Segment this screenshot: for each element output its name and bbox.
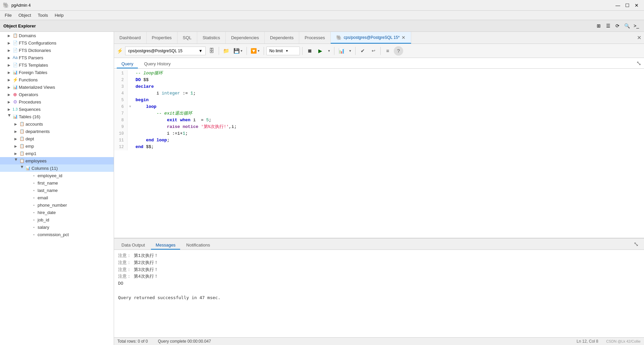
rollback-button[interactable]: ↩ — [369, 46, 378, 56]
sidebar-item-last-name[interactable]: ▪ last_name — [0, 187, 114, 194]
close-button[interactable]: ✕ — [632, 2, 641, 9]
close-panel-button[interactable]: ✕ — [637, 34, 641, 41]
sidebar-item-job-id[interactable]: ▪ job_id — [0, 216, 114, 223]
run-button[interactable]: ▶ — [316, 46, 325, 56]
expand-bottom-icon[interactable]: ⤡ — [631, 239, 641, 249]
separator — [355, 47, 356, 55]
close-tab-icon[interactable]: ✕ — [401, 35, 406, 40]
app-icon: 🐘 — [3, 2, 9, 8]
filter-dropdown[interactable]: 🔽 ▼ — [249, 46, 261, 56]
menu-object[interactable]: Object — [15, 11, 35, 19]
tab-query[interactable]: 🐘 cps/postgres@PostgreSQL 15* ✕ — [331, 32, 412, 44]
explorer-tool-refresh[interactable]: ⟳ — [613, 22, 622, 29]
run-dropdown[interactable]: ▼ — [326, 46, 332, 56]
tab-data-output[interactable]: Data Output — [117, 240, 150, 250]
open-file-button[interactable]: 📁 — [221, 46, 231, 56]
sidebar-item-functions[interactable]: ▶ ⚡ Functions — [0, 76, 114, 83]
stop-button[interactable]: ⏹ — [305, 46, 314, 56]
sidebar-item-fts-config[interactable]: ▶ 📄 FTS Configurations — [0, 39, 114, 47]
query-complete-status: Query complete 00:00:00.047 — [158, 339, 211, 344]
tab-messages[interactable]: Messages — [151, 240, 180, 250]
sidebar-item-fts-dict[interactable]: ▶ 📄 FTS Dictionaries — [0, 47, 114, 54]
explorer-tool-list[interactable]: ☰ — [604, 22, 612, 29]
commit-button[interactable]: ✔ — [358, 46, 367, 56]
sidebar-item-employee-id[interactable]: ▪ employee_id — [0, 172, 114, 179]
explain-button[interactable]: 📊 — [337, 46, 346, 56]
sidebar-item-email[interactable]: ▪ email — [0, 194, 114, 201]
tab-sql[interactable]: SQL — [177, 32, 197, 44]
connection-selector[interactable]: cps/postgres@PostgreSQL 15 ▼ — [125, 47, 206, 55]
limit-selector[interactable]: No limit ▼ — [266, 47, 300, 55]
sidebar-item-label: salary — [38, 225, 112, 230]
fts-parsers-icon: Aa — [12, 55, 18, 60]
sidebar-item-columns-folder[interactable]: ▶ 📊 Columns (11) — [0, 164, 114, 172]
sidebar-item-tables[interactable]: ▶ 📊 Tables (16) — [0, 113, 114, 120]
connection-label: cps/postgres@PostgreSQL 15 — [128, 49, 182, 53]
menu-file[interactable]: File — [1, 11, 15, 19]
sidebar-item-departments[interactable]: ▶ 📋 departments — [0, 128, 114, 135]
save-dropdown[interactable]: 💾 ▼ — [232, 46, 244, 56]
limit-dropdown-arrow: ▼ — [285, 49, 288, 53]
sidebar-item-materialized-views[interactable]: ▶ 📊 Materialized Views — [0, 83, 114, 91]
sidebar-item-foreign-tables[interactable]: ▶ 📊 Foreign Tables — [0, 69, 114, 76]
bottom-panel: Data Output Messages Notifications ⤡ 注意：… — [114, 238, 644, 345]
filter-icon: 🔽 — [251, 48, 257, 54]
table-icon: 📋 — [19, 129, 24, 134]
explorer-tool-search[interactable]: 🔍 — [623, 22, 631, 29]
expand-arrow: ▶ — [19, 166, 24, 170]
tab-statistics[interactable]: Statistics — [197, 32, 226, 44]
sidebar-item-salary[interactable]: ▪ salary — [0, 223, 114, 231]
bottom-tabs: Data Output Messages Notifications ⤡ — [114, 238, 644, 250]
sidebar-item-emp1[interactable]: ▶ 📋 emp1 — [0, 150, 114, 157]
subtab-history[interactable]: Query History — [139, 59, 175, 68]
help-button[interactable]: ? — [394, 46, 403, 56]
code-editor[interactable]: 1 -- loop循环 2 DO $$ 3 declare — [114, 69, 644, 238]
tab-dependencies[interactable]: Dependencies — [226, 32, 265, 44]
tab-notifications[interactable]: Notifications — [181, 240, 215, 250]
sidebar-item-sequences[interactable]: ▶ 1.3 Sequences — [0, 106, 114, 113]
explorer-tool-grid[interactable]: ⊞ — [594, 22, 603, 29]
explain-dropdown[interactable]: ▼ — [347, 46, 353, 56]
expand-arrow: ▶ — [13, 144, 18, 148]
sidebar-item-operators[interactable]: ▶ ⊕ Operators — [0, 91, 114, 98]
tab-dashboard[interactable]: Dashboard — [114, 32, 147, 44]
sidebar-item-commission-pct[interactable]: ▪ commission_pct — [0, 231, 114, 238]
fts-config-icon: 📄 — [12, 40, 18, 46]
sidebar-item-label: Procedures — [19, 99, 112, 105]
sidebar-item-label: FTS Dictionaries — [19, 48, 112, 53]
sidebar-item-employees[interactable]: ▶ 📋 employees — [0, 157, 114, 164]
tab-dependents[interactable]: Dependents — [265, 32, 299, 44]
sidebar-item-first-name[interactable]: ▪ first_name — [0, 179, 114, 187]
sidebar-item-accounts[interactable]: ▶ 📋 accounts — [0, 120, 114, 128]
sidebar-item-fts-templates[interactable]: ▶ 📄 FTS Templates — [0, 61, 114, 69]
columns-folder-icon: 📊 — [25, 165, 31, 171]
tab-processes[interactable]: Processes — [299, 32, 331, 44]
explorer-tool-terminal[interactable]: >_ — [632, 22, 641, 29]
code-line-5: 5 begin — [114, 97, 644, 104]
expand-query-icon[interactable]: ⤡ — [636, 60, 641, 68]
tab-properties[interactable]: Properties — [147, 32, 177, 44]
sidebar-item-label: last_name — [38, 188, 112, 193]
sidebar-item-domains[interactable]: ▶ 📋 Domains — [0, 32, 114, 39]
no-expand — [25, 217, 30, 222]
sidebar-item-dept[interactable]: ▶ 📋 dept — [0, 135, 114, 142]
sidebar-item-phone-number[interactable]: ▪ phone_number — [0, 201, 114, 209]
sidebar-item-emp[interactable]: ▶ 📋 emp — [0, 142, 114, 150]
subtab-query[interactable]: Query — [117, 59, 138, 68]
minimize-button[interactable]: — — [613, 2, 623, 9]
functions-icon: ⚡ — [12, 77, 18, 82]
separator — [264, 47, 264, 55]
code-line-3: 3 declare — [114, 83, 644, 90]
format-button[interactable]: ≡ — [383, 46, 392, 56]
sidebar-item-hire-date[interactable]: ▪ hire_date — [0, 209, 114, 216]
maximize-button[interactable]: ☐ — [623, 2, 632, 9]
sidebar-item-label: departments — [25, 129, 112, 134]
code-line-1: 1 -- loop循环 — [114, 70, 644, 77]
menu-tools[interactable]: Tools — [35, 11, 51, 19]
sidebar-item-label: job_id — [38, 217, 112, 222]
sidebar-item-procedures[interactable]: ▶ ⚙ Procedures — [0, 98, 114, 106]
menu-help[interactable]: Help — [51, 11, 67, 19]
table-icon: 📋 — [19, 143, 24, 149]
sidebar-item-fts-parsers[interactable]: ▶ Aa FTS Parsers — [0, 54, 114, 61]
server-icon-button[interactable]: 🗄 — [207, 46, 216, 56]
